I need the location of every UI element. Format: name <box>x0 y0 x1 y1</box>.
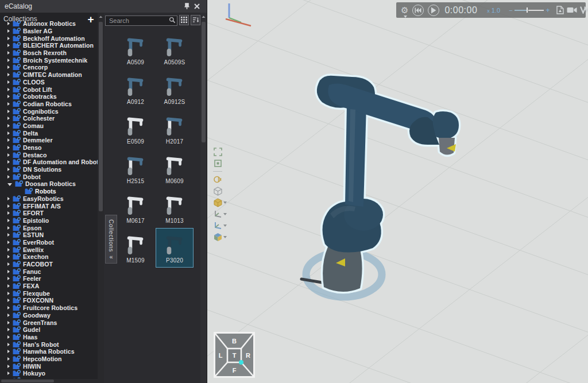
expander-arrow-icon[interactable] <box>7 175 10 179</box>
expander-arrow-icon[interactable] <box>7 372 10 375</box>
expander-arrow-icon[interactable] <box>7 226 10 230</box>
collection-tree-item[interactable]: HepcoMotion <box>0 355 98 363</box>
expander-arrow-icon[interactable] <box>7 117 10 120</box>
collection-tree-item[interactable]: Denso <box>0 144 98 152</box>
collection-tree-item[interactable]: Fruitcore Robotics <box>0 304 98 312</box>
scrollbar-thumb[interactable] <box>202 22 206 142</box>
expander-arrow-icon[interactable] <box>7 350 10 353</box>
expander-arrow-icon[interactable] <box>7 37 10 40</box>
collection-tree-item[interactable]: HIWIN <box>0 362 98 370</box>
simulation-settings-button[interactable]: ⚙ <box>401 5 408 16</box>
reset-simulation-button[interactable] <box>412 5 424 16</box>
collection-tree-item[interactable]: DF Automation and Robotics <box>0 158 98 166</box>
collection-tree-item[interactable]: Fanuc <box>0 268 98 275</box>
collection-tree-item[interactable]: FOXCONN <box>0 297 98 304</box>
collection-tree-item[interactable]: EFORT <box>0 210 98 217</box>
wireframe-cube-icon[interactable] <box>212 186 223 196</box>
expander-arrow-icon[interactable] <box>7 248 10 252</box>
expander-arrow-icon[interactable] <box>7 262 10 266</box>
expander-arrow-icon[interactable] <box>7 335 10 339</box>
expander-arrow-icon[interactable] <box>7 211 10 215</box>
collection-tree-item[interactable]: CLOOS <box>0 79 98 86</box>
expander-arrow-icon[interactable] <box>7 197 10 200</box>
collection-tree-item[interactable]: Basler AG <box>0 28 98 35</box>
model-tile[interactable]: M0609 <box>156 149 194 188</box>
model-tile[interactable]: H2515 <box>117 149 154 188</box>
search-input[interactable] <box>105 16 177 26</box>
speed-increase-button[interactable]: + <box>546 6 550 14</box>
collection-tree-item[interactable]: Demmeler <box>0 137 98 144</box>
fit-scene-icon[interactable] <box>212 147 223 157</box>
scroll-up-icon[interactable] <box>201 14 206 20</box>
expander-arrow-icon[interactable] <box>7 168 10 171</box>
collection-tree-item[interactable]: EverRobot <box>0 239 98 246</box>
expander-arrow-icon[interactable] <box>7 270 10 273</box>
viewport-3d[interactable]: ⚙ 0:00:00 x1.0 − <box>207 0 588 383</box>
tree-vertical-scrollbar[interactable] <box>98 13 104 383</box>
model-tile[interactable]: A0912 <box>117 69 154 109</box>
expander-arrow-icon[interactable] <box>7 343 10 346</box>
model-tile[interactable]: M1013 <box>156 188 194 228</box>
collection-tree-item[interactable]: Exechon <box>0 253 98 261</box>
expander-arrow-icon[interactable] <box>7 138 10 142</box>
collection-tree-item[interactable]: Epistolio <box>0 217 98 225</box>
collection-tree-item[interactable]: BLEICHERT Automation <box>0 42 98 49</box>
model-tile[interactable]: H2017 <box>156 109 194 149</box>
shaded-cube-icon[interactable] <box>212 198 223 207</box>
expander-arrow-icon[interactable] <box>7 204 10 208</box>
expander-arrow-icon[interactable] <box>7 219 10 222</box>
add-collection-button[interactable]: + <box>85 14 96 26</box>
fit-selection-icon[interactable] <box>212 158 223 168</box>
collection-tree-item[interactable]: Bosch Rexroth <box>0 49 98 57</box>
collection-tree-item[interactable]: EasyRobotics <box>0 195 98 203</box>
expander-arrow-icon[interactable] <box>7 146 10 149</box>
expander-arrow-icon[interactable] <box>7 357 10 361</box>
collection-tree-item[interactable]: Cencorp <box>0 64 98 71</box>
expander-arrow-icon[interactable] <box>7 314 10 317</box>
collection-tree-item[interactable]: EFFIMAT A/S <box>0 202 98 210</box>
expander-arrow-icon[interactable] <box>7 65 10 69</box>
expander-arrow-icon[interactable] <box>7 365 10 368</box>
expander-arrow-icon[interactable] <box>7 95 10 98</box>
expander-arrow-icon[interactable] <box>7 29 10 33</box>
expander-arrow-icon[interactable] <box>7 80 10 84</box>
model-tile[interactable]: P3020 <box>156 228 194 268</box>
expander-arrow-icon[interactable] <box>7 277 10 280</box>
expander-arrow-icon[interactable] <box>7 321 10 324</box>
collection-tree-item[interactable]: Cognibotics <box>0 107 98 115</box>
frame-axes-icon[interactable] <box>212 209 223 219</box>
navcube-corner-dot[interactable] <box>239 360 243 365</box>
lens-icon[interactable] <box>212 175 223 184</box>
grid-view-button[interactable] <box>179 15 189 25</box>
items-vertical-scrollbar[interactable] <box>200 13 207 383</box>
sort-button[interactable] <box>191 15 200 25</box>
collection-tree-item[interactable]: Ewellix <box>0 246 98 253</box>
collection-tree-item[interactable]: Cobotracks <box>0 93 98 100</box>
collection-tree-item[interactable]: Beckhoff Automation <box>0 34 98 42</box>
collection-tree-item[interactable]: Hanwha Robotics <box>0 348 98 355</box>
record-video-icon[interactable] <box>567 7 577 13</box>
scrollbar-thumb[interactable] <box>99 22 103 211</box>
expander-arrow-icon[interactable] <box>7 233 10 237</box>
collection-tree-item[interactable]: Gudel <box>0 326 98 334</box>
collection-tree-item[interactable]: Broich Systemtechnik <box>0 56 98 64</box>
collection-tree-item[interactable]: Codian Robotics <box>0 100 98 108</box>
expander-arrow-icon[interactable] <box>7 292 10 295</box>
collection-tree-item[interactable]: Robots <box>0 188 98 195</box>
expander-arrow-icon[interactable] <box>7 51 10 55</box>
collection-tree-item[interactable]: Haas <box>0 334 98 341</box>
expander-arrow-icon[interactable] <box>7 183 12 186</box>
collection-tree-item[interactable]: Comau <box>0 122 98 130</box>
collection-tree-item[interactable]: Delta <box>0 129 98 137</box>
expander-arrow-icon[interactable] <box>7 328 10 331</box>
speed-decrease-button[interactable]: − <box>509 7 512 14</box>
collection-tree-item[interactable]: Han's Robot <box>0 341 98 348</box>
collection-tree-item[interactable]: CIMTEC Automation <box>0 71 98 79</box>
model-tile[interactable]: A0509 <box>117 30 154 69</box>
collection-tree-item[interactable]: Dobot <box>0 173 98 180</box>
collection-tree-item[interactable]: Flexqube <box>0 289 98 297</box>
expander-arrow-icon[interactable] <box>7 102 10 106</box>
collection-tree-item[interactable]: DN Solutions <box>0 166 98 173</box>
orientation-cube-icon[interactable] <box>212 232 223 242</box>
model-tile[interactable]: M0617 <box>117 188 154 228</box>
